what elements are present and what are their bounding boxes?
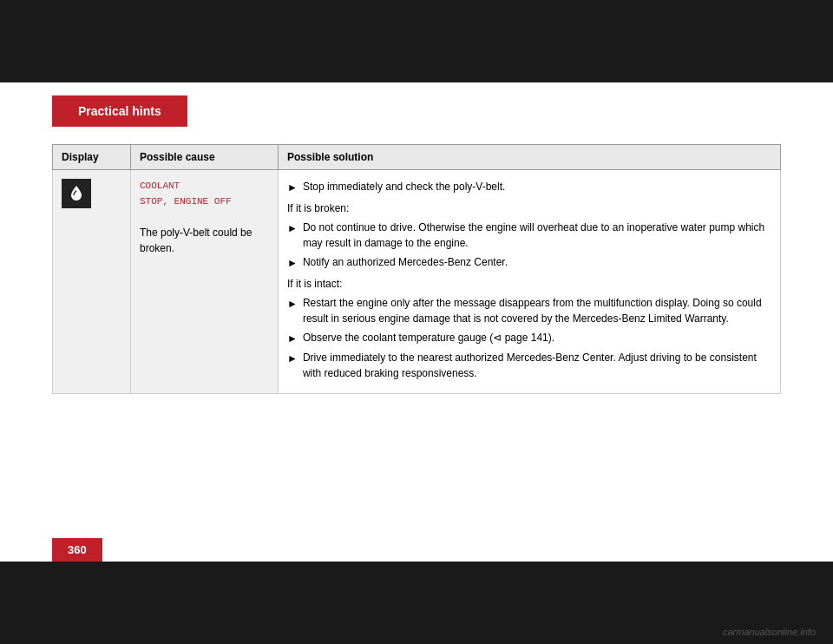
condition-intact: If it is intact:: [287, 276, 771, 292]
col-display: Display: [53, 145, 131, 170]
bullet-arrow-3: ►: [287, 220, 298, 236]
coolant-code: COOLANT STOP, ENGINE OFF: [140, 179, 269, 209]
section-header-label: Practical hints: [78, 104, 161, 118]
solution-item-1: ► Stop immediately and check the poly-V-…: [287, 179, 771, 195]
solution-text-3: Do not continue to drive. Otherwise the …: [303, 220, 771, 251]
display-cell: [53, 170, 131, 394]
solution-text-8: Drive immediately to the nearest authori…: [303, 350, 771, 381]
bullet-arrow-4: ►: [287, 255, 298, 271]
watermark-text: carmanualsonline.info: [723, 627, 816, 637]
solution-item-4: ► Notify an authorized Mercedes-Benz Cen…: [287, 254, 771, 271]
table-row: COOLANT STOP, ENGINE OFF The poly-V-belt…: [53, 170, 781, 394]
coolant-icon-svg: [65, 182, 88, 205]
solution-item-8: ► Drive immediately to the nearest autho…: [287, 350, 771, 381]
bullet-arrow-7: ►: [287, 331, 298, 346]
col-cause: Possible cause: [131, 145, 279, 170]
solution-item-3: ► Do not continue to drive. Otherwise th…: [287, 220, 771, 251]
main-table: Display Possible cause Possible solution: [52, 144, 781, 394]
solution-item-6: ► Restart the engine only after the mess…: [287, 295, 771, 326]
bullet-arrow-1: ►: [287, 180, 298, 195]
main-content: Practical hints Display Possible cause P…: [0, 82, 833, 562]
page-number: 360: [68, 543, 87, 556]
condition-broken: If it is broken:: [287, 200, 771, 216]
solution-text-7: Observe the coolant temperature gauge (⊲…: [303, 330, 771, 345]
page-number-badge: 360: [52, 538, 102, 562]
top-bar: [0, 0, 833, 82]
solution-text-4: Notify an authorized Mercedes-Benz Cente…: [303, 254, 771, 270]
cause-text: The poly-V-belt could be broken.: [140, 227, 252, 254]
solution-text-1: Stop immediately and check the poly-V-be…: [303, 179, 771, 194]
solution-cell: ► Stop immediately and check the poly-V-…: [279, 170, 781, 394]
page-container: Practical hints Display Possible cause P…: [0, 0, 833, 644]
solution-item-7: ► Observe the coolant temperature gauge …: [287, 330, 771, 346]
cause-cell: COOLANT STOP, ENGINE OFF The poly-V-belt…: [131, 170, 279, 394]
bottom-bar: carmanualsonline.info: [0, 562, 833, 644]
section-header: Practical hints: [52, 95, 187, 127]
solution-text-6: Restart the engine only after the messag…: [303, 295, 771, 326]
table-header-row: Display Possible cause Possible solution: [53, 145, 781, 170]
bullet-arrow-6: ►: [287, 296, 298, 312]
col-solution: Possible solution: [279, 145, 781, 170]
coolant-warning-icon: [62, 179, 91, 208]
bullet-arrow-8: ►: [287, 351, 298, 366]
